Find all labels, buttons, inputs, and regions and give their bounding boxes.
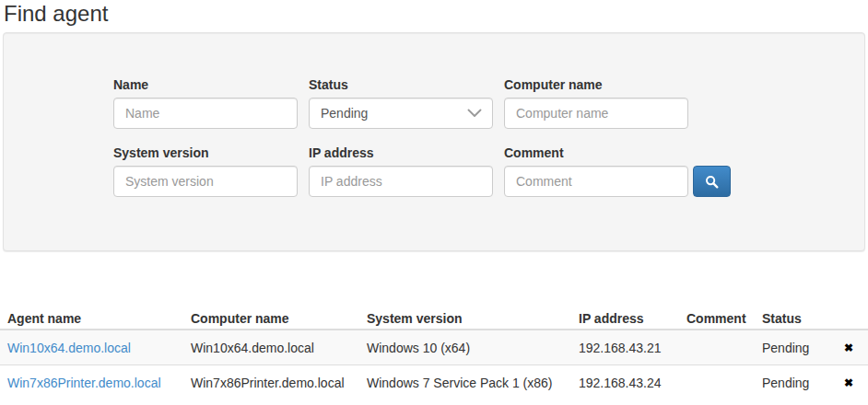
column-header-computer-name: Computer name [183, 304, 359, 330]
remove-icon: ✖ [844, 376, 853, 389]
computer-name-cell: Win7x86Printer.demo.local [183, 365, 359, 400]
column-header-agent-name: Agent name [0, 304, 183, 330]
system-version-input[interactable] [113, 166, 298, 197]
computer-name-label: Computer name [504, 77, 688, 93]
name-label: Name [113, 77, 298, 93]
system-version-cell: Windows 10 (x64) [359, 330, 571, 365]
computer-name-field-group: Computer name [504, 77, 688, 129]
column-header-status: Status [755, 304, 829, 330]
ip-address-cell: 192.168.43.21 [571, 330, 679, 365]
ip-address-label: IP address [309, 145, 493, 161]
computer-name-input[interactable] [504, 98, 688, 129]
comment-cell [679, 365, 755, 400]
agent-name-link[interactable]: Win7x86Printer.demo.local [7, 376, 161, 390]
filter-row-1: Name Status Pending Computer name [113, 77, 847, 129]
name-input[interactable] [113, 98, 298, 129]
status-label: Status [309, 77, 493, 93]
search-button[interactable] [693, 166, 731, 197]
page-title: Find agent [4, 0, 868, 26]
filter-row-2: System version IP address Comment [113, 145, 847, 197]
ip-address-input[interactable] [309, 166, 493, 197]
comment-field-group: Comment [504, 145, 688, 197]
agents-table-header: Agent name Computer name System version … [0, 304, 868, 330]
comment-label: Comment [504, 145, 688, 161]
status-select[interactable]: Pending [309, 98, 493, 129]
delete-agent-button[interactable]: ✖ [844, 339, 853, 357]
status-cell: Pending [755, 330, 829, 365]
search-panel: Name Status Pending Computer name [3, 32, 865, 251]
status-cell: Pending [755, 365, 829, 400]
column-header-comment: Comment [679, 304, 755, 330]
computer-name-cell: Win10x64.demo.local [183, 330, 359, 365]
find-agent-form: Name Status Pending Computer name [113, 77, 847, 197]
column-header-actions [829, 304, 868, 330]
system-version-label: System version [113, 145, 298, 161]
column-header-system-version: System version [359, 304, 571, 330]
table-row: Win10x64.demo.local Win10x64.demo.local … [0, 330, 868, 365]
agents-table: Agent name Computer name System version … [0, 304, 868, 399]
comment-input[interactable] [504, 166, 688, 197]
ip-address-cell: 192.168.43.24 [571, 365, 679, 400]
system-version-field-group: System version [113, 145, 298, 197]
name-field-group: Name [113, 77, 298, 129]
comment-cell [679, 330, 755, 365]
search-icon [705, 175, 719, 189]
delete-agent-button[interactable]: ✖ [844, 374, 853, 392]
status-select-wrap: Pending [309, 98, 493, 129]
system-version-cell: Windows 7 Service Pack 1 (x86) [359, 365, 571, 400]
ip-address-field-group: IP address [309, 145, 493, 197]
agent-name-link[interactable]: Win10x64.demo.local [7, 341, 131, 355]
status-field-group: Status Pending [309, 77, 493, 129]
table-row: Win7x86Printer.demo.local Win7x86Printer… [0, 365, 868, 400]
remove-icon: ✖ [844, 341, 853, 354]
column-header-ip-address: IP address [571, 304, 679, 330]
